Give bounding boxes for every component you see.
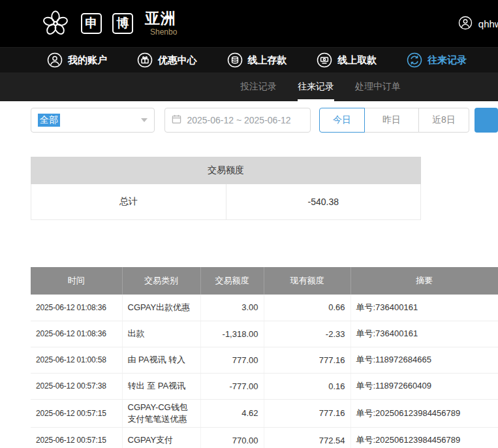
record-time-cell: 2025-06-12 00:57:15 [31,399,122,427]
record-type-cell: 由 PA视讯 转入 [122,347,200,373]
record-type-cell: CGPAY支付 [122,427,200,448]
table-row: 2025-06-12 00:57:15 CGPAY-CG钱包支付笔笔送优惠 4.… [31,399,498,427]
summary-header: 交易额度 [31,157,421,184]
nav-label: 线上存款 [248,54,287,67]
date-range-value: 2025-06-12 ~ 2025-06-12 [187,115,290,125]
brand-text: 亚洲 Shenbo [145,11,177,36]
record-memo-cell: 单号:118972684665 [350,347,498,373]
record-balance-cell: 777.16 [264,399,350,427]
table-row: 2025-06-12 01:08:36 CGPAY出款优惠 3.00 0.66 … [31,295,498,321]
tab-betting-records[interactable]: 投注记录 [240,72,277,101]
record-memo-cell: 单号:118972660409 [350,373,498,399]
col-balance: 现有额度 [264,267,350,295]
withdraw-icon [317,52,332,68]
transfer-arrows-icon [407,52,422,68]
record-time-cell: 2025-06-12 01:08:36 [31,295,122,321]
record-balance-cell: 0.66 [264,295,350,321]
deposit-coins-icon [227,52,243,68]
filter-bar: 全部 2025-06-12 ~ 2025-06-12 今日 昨日 近8日 [31,108,498,133]
summary-total-value: -540.38 [226,184,421,220]
today-button[interactable]: 今日 [319,108,365,133]
search-button[interactable] [475,108,498,133]
brand-char-1: 申 [81,13,102,34]
record-tabs: 投注记录 往来记录 处理中订单 [0,72,498,101]
summary-row: 总计 -540.38 [31,184,421,220]
user-avatar-icon [458,16,473,32]
nav-label: 往来记录 [428,54,467,67]
calendar-icon [172,114,181,126]
summary-table: 交易额度 总计 -540.38 [31,157,421,220]
user-account[interactable]: qhhw1 [458,16,498,32]
record-type-cell: 转出 至 PA视讯 [122,373,200,399]
record-memo-cell: 单号:736400161 [350,321,498,347]
table-row: 2025-06-12 00:57:38 转出 至 PA视讯 -777.00 0.… [31,373,498,399]
col-amount: 交易额度 [200,267,264,295]
col-type: 交易类别 [122,267,200,295]
nav-item-transactions[interactable]: 往来记录 [407,52,467,68]
records-table: 时间 交易类别 交易额度 现有额度 摘要 2025-06-12 01:08:36… [31,267,498,448]
nav-item-my-account[interactable]: 我的账户 [47,52,107,68]
nav-label: 优惠中心 [158,54,197,67]
record-amount-cell: 4.62 [200,399,264,427]
record-type-cell: 出款 [122,321,200,347]
record-amount-cell: -1,318.00 [200,321,264,347]
nav-label: 我的账户 [68,54,107,67]
record-time-cell: 2025-06-12 01:00:58 [31,347,122,373]
yesterday-button[interactable]: 昨日 [364,108,419,133]
col-time: 时间 [31,267,122,295]
record-memo-cell: 单号:736400161 [350,295,498,321]
nav-item-withdraw[interactable]: 线上取款 [317,52,377,68]
table-row: 2025-06-12 01:00:58 由 PA视讯 转入 777.00 777… [31,347,498,373]
record-type-cell: CGPAY出款优惠 [122,295,200,321]
record-time-cell: 2025-06-12 00:57:38 [31,373,122,399]
nav-item-deposit[interactable]: 线上存款 [227,52,287,68]
nav-item-promotions[interactable]: 优惠中心 [137,52,197,68]
record-amount-cell: 770.00 [200,427,264,448]
record-balance-cell: 0.16 [264,373,350,399]
record-amount-cell: 777.00 [200,347,264,373]
gift-icon [137,52,153,68]
record-balance-cell: 777.16 [264,347,350,373]
date-range-input[interactable]: 2025-06-12 ~ 2025-06-12 [164,108,311,133]
last-8-days-button[interactable]: 近8日 [418,108,469,133]
flower-logo-icon [40,8,70,39]
col-memo: 摘要 [350,267,498,295]
records-header-row: 时间 交易类别 交易额度 现有额度 摘要 [31,267,498,295]
record-type-cell: CGPAY-CG钱包支付笔笔送优惠 [122,399,200,427]
record-balance-cell: 772.54 [264,427,350,448]
type-select[interactable]: 全部 [31,108,155,133]
nav-label: 线上取款 [337,54,377,67]
tab-pending-orders[interactable]: 处理中订单 [355,72,401,101]
username: qhhw1 [478,18,498,29]
record-balance-cell: -2.33 [264,321,350,347]
record-amount-cell: -777.00 [200,373,264,399]
brand-logo[interactable]: 申 博 亚洲 Shenbo [40,8,177,39]
table-row: 2025-06-12 00:57:15 CGPAY支付 770.00 772.5… [31,427,498,448]
brand-char-2: 博 [112,13,133,34]
record-time-cell: 2025-06-12 00:57:15 [31,427,122,448]
summary-total-label: 总计 [31,184,226,220]
account-icon [47,52,63,68]
brand-subtitle: Shenbo [150,28,177,36]
record-memo-cell: 单号:202506123984456789 [350,399,498,427]
main-nav: 我的账户 优惠中心 线上存款 [0,47,498,72]
record-amount-cell: 3.00 [200,295,264,321]
record-memo-cell: 单号:202506123984456789 [350,427,498,448]
quick-date-buttons: 今日 昨日 近8日 [319,108,469,133]
top-header: 申 博 亚洲 Shenbo qhhw1 [0,0,498,47]
chevron-down-icon [141,118,148,122]
brand-region: 亚洲 [145,11,177,26]
table-row: 2025-06-12 01:08:36 出款 -1,318.00 -2.33 单… [31,321,498,347]
type-select-value: 全部 [38,114,60,127]
record-time-cell: 2025-06-12 01:08:36 [31,321,122,347]
tab-transaction-records[interactable]: 往来记录 [298,72,334,101]
